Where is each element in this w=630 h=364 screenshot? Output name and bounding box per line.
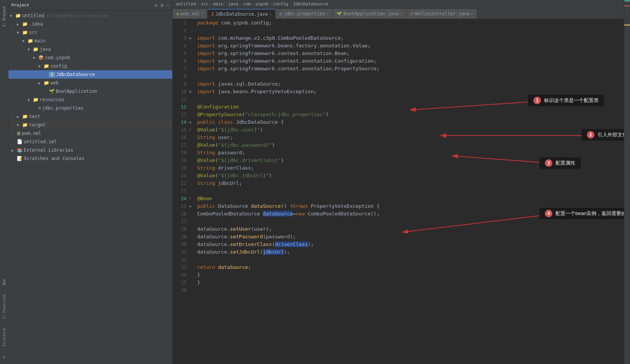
bc-yzpnb: yzpnb	[256, 2, 268, 6]
sidebar-item-web[interactable]: Web	[2, 276, 7, 288]
jdbc-props-label: jdbc.properties	[42, 105, 83, 111]
tree-item-test[interactable]: ▶ 📁 test	[8, 112, 172, 121]
code-line-22: String jdbcUrl;	[197, 180, 624, 187]
bc-main: main	[213, 2, 223, 6]
callout-4-circle: 4	[545, 210, 552, 217]
tab-jdbc-props[interactable]: ⚙ jdbc.properties ✕	[275, 9, 332, 19]
tree-item-boot-app[interactable]: 🌱 BootApplication	[8, 87, 172, 95]
tab-pom[interactable]: m pom.xml ✕	[173, 9, 207, 19]
gutter: ◀ ◀ ◀ ⚡ ⚡ ◀	[189, 19, 195, 364]
code-line-21: @Value("${jdbc.jdbcUrl}")	[197, 172, 624, 180]
tree-item-main[interactable]: ▼ 📁 main	[8, 37, 172, 45]
tab-boot-app[interactable]: 🌱 BootApplication.java ✕	[333, 9, 407, 19]
web-folder-icon: 📁	[44, 80, 49, 86]
code-line-7: import org.springframework.context.annot…	[197, 65, 624, 73]
scratch-icon: 📝	[17, 156, 23, 161]
tab-pom-label: pom.xml	[180, 11, 200, 16]
code-line-13: @PropertySource("classpath:jdbc.properti…	[197, 111, 624, 118]
callout-4-text: 配置一个bean实例，返回需要的对象	[556, 210, 624, 217]
pom-label: pom.xml	[22, 131, 41, 136]
tab-hello-icon: J	[410, 11, 413, 16]
tree-item-ext-libs[interactable]: ▶ 📚 External Libraries	[8, 146, 172, 154]
jdbc-datasource-label: JdbcDataSource	[56, 72, 95, 77]
tree-item-com-yzpnb[interactable]: ▼ 📦 com.yzpnb	[8, 53, 172, 62]
panel-action-collapse[interactable]: −	[167, 3, 169, 8]
tab-jdbc-icon: J	[211, 12, 214, 17]
tab-pom-close[interactable]: ✕	[201, 12, 203, 16]
panel-action-locate[interactable]: ⊙	[155, 3, 157, 8]
tab-boot-icon: 🌱	[337, 11, 342, 16]
panel-actions: ⊙ ⚙ −	[155, 3, 169, 8]
tree-item-web[interactable]: ▶ 📁 web	[8, 79, 172, 87]
tree-label: untitled D:\IdeaProjects\untitled	[22, 13, 108, 18]
bc-sep1: ›	[197, 2, 200, 6]
tab-boot-close[interactable]: ✕	[400, 12, 402, 16]
target-folder-icon: 📁	[22, 122, 28, 128]
warning-marker-1	[624, 24, 630, 26]
tree-item-jdbc-props[interactable]: ⚙ jdbc.properties	[8, 104, 172, 112]
callout-3-circle: 3	[545, 159, 552, 167]
tab-hello-controller[interactable]: J HelloController.java ✕	[407, 9, 478, 19]
boot-app-icon: 🌱	[49, 89, 55, 94]
tab-hello-close[interactable]: ✕	[471, 12, 473, 16]
config-label: config	[50, 63, 67, 69]
tab-bar: m pom.xml ✕ J JdbcDataSource.java ✕ ⚙ jd…	[173, 8, 624, 19]
code-content[interactable]: package com.yzpnb.config; import com.mch…	[195, 19, 624, 364]
jdbc-class-icon: J	[49, 72, 55, 77]
breadcrumb-bar: untitled › src › main › java › com › yzp…	[173, 0, 624, 8]
src-folder-icon: 📁	[22, 30, 28, 35]
test-folder-icon: 📁	[22, 114, 28, 119]
callout-2: 2 引入外部文件	[581, 129, 624, 141]
iml-label: untitled.iml	[24, 139, 57, 144]
tree-item-untitled[interactable]: ▼ 📁 untitled D:\IdeaProjects\untitled	[8, 11, 172, 20]
sidebar-item-project[interactable]: 1: Project	[2, 3, 7, 30]
code-line-18: String password;	[197, 149, 624, 157]
sidebar-star-icon[interactable]: ★	[1, 353, 7, 361]
callout-4: 4 配置一个bean实例，返回需要的对象	[539, 208, 624, 219]
tree-item-jdbc-datasource[interactable]: J JdbcDataSource	[8, 70, 172, 79]
pom-icon: m	[17, 131, 21, 136]
tree-item-resources[interactable]: ▼ 📁 resources	[8, 95, 172, 104]
panel-title: Project	[11, 3, 29, 8]
props-icon: ⚙	[38, 105, 41, 111]
tree-item-java[interactable]: ▼ 📁 java	[8, 45, 172, 53]
tab-jdbc-close[interactable]: ✕	[269, 12, 271, 16]
tree-item-config[interactable]: ▼ 📁 config	[8, 62, 172, 70]
tree-item-target[interactable]: ▼ 📁 target	[8, 121, 172, 129]
main-label: main	[34, 38, 45, 44]
tab-jdbc-label: JdbcDataSource.java	[215, 11, 268, 17]
config-folder-icon: 📁	[44, 63, 49, 69]
code-line-34: }	[197, 271, 624, 279]
tab-jdbc-datasource[interactable]: J JdbcDataSource.java ✕	[207, 9, 275, 19]
tab-props-close[interactable]: ✕	[326, 12, 328, 16]
code-line-24: @Bean	[197, 195, 624, 202]
tree-item-pom[interactable]: m pom.xml	[8, 129, 172, 138]
web-label: web	[50, 80, 59, 86]
boot-app-label: BootApplication	[56, 89, 97, 94]
code-line-8	[197, 73, 624, 80]
panel-header: Project ⊙ ⚙ −	[8, 0, 172, 11]
sidebar-item-structure[interactable]: Structure	[2, 325, 7, 350]
code-line-9: import javax.sql.DataSource;	[197, 80, 624, 88]
tree-item-src[interactable]: ▼ 📁 src	[8, 28, 172, 37]
code-line-32	[197, 256, 624, 264]
code-line-23	[197, 187, 624, 195]
code-line-31: dataSource.setJdbcUrl(jdbcUrl);	[197, 248, 624, 256]
right-gutter-body	[624, 2, 630, 364]
tab-pom-icon: m	[177, 12, 179, 16]
java-folder-icon: 📁	[33, 47, 39, 52]
panel-action-settings[interactable]: ⚙	[161, 3, 164, 8]
tab-boot-label: BootApplication.java	[343, 11, 399, 16]
code-line-2	[197, 27, 624, 34]
tree-item-scratches[interactable]: 📝 Scratches and Consoles	[8, 154, 172, 163]
resources-folder-icon: 📁	[33, 97, 39, 102]
src-label: src	[29, 30, 37, 35]
code-line-10: import java.beans.PropertyVetoException;	[197, 88, 624, 95]
callout-3-text: 配置属性	[556, 160, 575, 167]
idea-label: .idea	[29, 21, 43, 27]
tree-item-idea[interactable]: ▶ 📁 .idea	[8, 20, 172, 28]
bc-sep6: ›	[269, 2, 272, 6]
sidebar-item-favorites[interactable]: 2: Favorites	[2, 291, 7, 322]
main-folder-icon: 📁	[28, 38, 33, 44]
tree-item-iml[interactable]: 📄 untitled.iml	[8, 138, 172, 146]
